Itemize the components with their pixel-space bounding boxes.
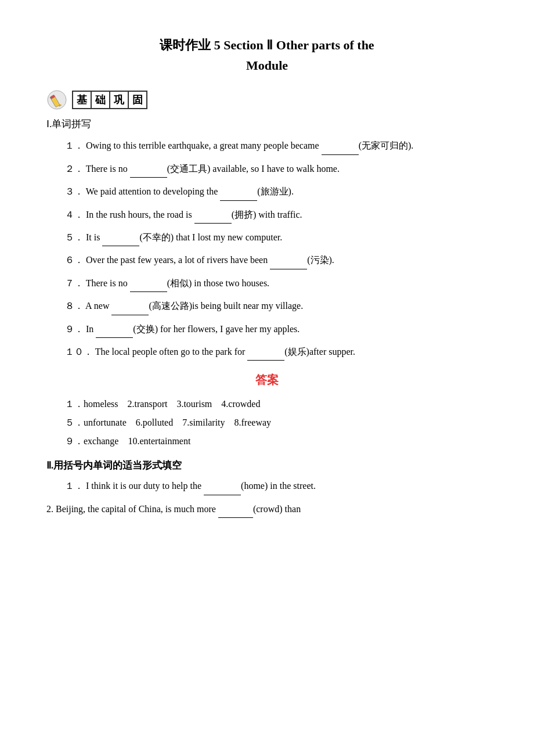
blank-5[interactable] [102, 228, 139, 246]
blank-9[interactable] [96, 320, 133, 338]
answer-line-3: ９．exchange 10.entertainment [46, 432, 488, 451]
pencil-icon [46, 89, 67, 110]
section-header-1: 基 础 巩 固 [46, 89, 488, 110]
blank-2[interactable] [130, 160, 167, 178]
question-6: ６． Over the past few years, a lot of riv… [46, 251, 488, 269]
answer-title: 答案 [46, 372, 488, 388]
question-9: ９． In (交换) for her flowers, I gave her m… [46, 320, 488, 338]
blank2-2[interactable] [218, 500, 253, 518]
question-8: ８． A new (高速公路)is being built near my vi… [46, 297, 488, 315]
section2-label: Ⅱ.用括号内单词的适当形式填空 [46, 459, 488, 472]
question-7: ７． There is no (相似) in those two houses. [46, 274, 488, 292]
question2-1: １． I think it is our duty to help the (h… [46, 477, 488, 495]
question-10: １０． The local people often go to the par… [46, 343, 488, 361]
question-2: ２． There is no (交通工具) available, so I ha… [46, 160, 488, 178]
question-3: ３． We paid attention to developing the (… [46, 182, 488, 200]
question-4: ４． In the rush hours, the road is (拥挤) w… [46, 206, 488, 224]
blank-4[interactable] [194, 206, 232, 224]
section-badge: 基 础 巩 固 [72, 91, 147, 109]
blank-10[interactable] [247, 343, 284, 361]
question-5: ５． It is (不幸的) that I lost my new comput… [46, 228, 488, 246]
section1-label: Ⅰ.单词拼写 [46, 117, 488, 131]
blank2-1[interactable] [204, 477, 241, 495]
blank-3[interactable] [220, 182, 257, 200]
blank-1[interactable] [322, 136, 359, 154]
answer-section: 答案 [46, 372, 488, 388]
blank-8[interactable] [111, 297, 149, 315]
page-title: 课时作业 5 Section Ⅱ Other parts of the Modu… [46, 35, 488, 75]
question2-2: 2. Beijing, the capital of China, is muc… [46, 500, 488, 518]
question-1: １． Owing to this terrible earthquake, a … [46, 136, 488, 154]
blank-6[interactable] [270, 251, 307, 269]
blank-7[interactable] [130, 274, 167, 292]
answer-line-1: １．homeless 2.transport 3.tourism 4.crowd… [46, 395, 488, 413]
answer-line-2: ５．unfortunate 6.polluted 7.similarity 8.… [46, 413, 488, 432]
